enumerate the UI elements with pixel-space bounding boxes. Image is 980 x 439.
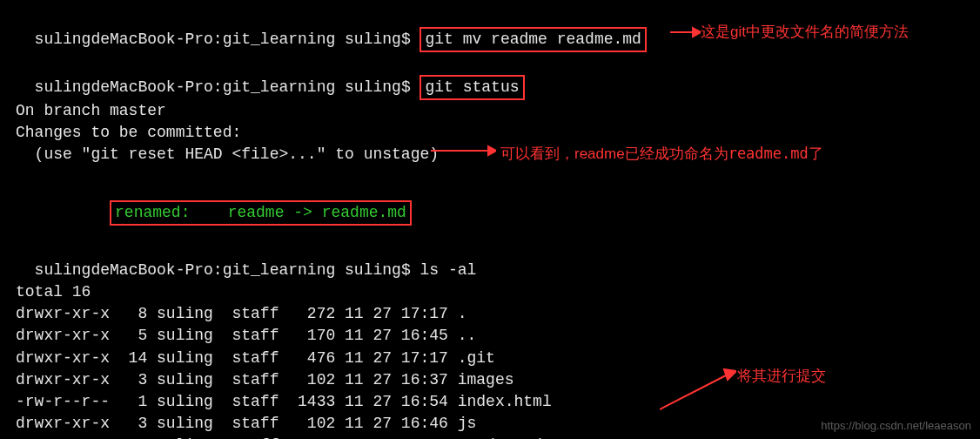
ls-row: drwxr-xr-x 5 suling staff 170 11 27 16:4…: [16, 325, 980, 347]
ls-row: -rw-r--r-- 1 suling staff 51 11 27 17:16…: [16, 435, 980, 439]
svg-line-4: [660, 375, 728, 409]
ls-row: drwxr-xr-x 14 suling staff 476 11 27 17:…: [16, 348, 980, 369]
prompt: sulingdeMacBook-Pro:git_learning suling$: [35, 78, 420, 96]
arrow-right-icon: [431, 145, 496, 157]
arrow-up-right-icon: [660, 368, 736, 411]
ls-row: -rw-r--r-- 1 suling staff 1433 11 27 16:…: [16, 391, 980, 413]
svg-marker-1: [693, 28, 701, 37]
highlight-box-cmd1: git mv readme readme.md: [420, 27, 646, 52]
highlight-box-renamed: renamed: readme -> readme.md: [110, 200, 412, 226]
renamed-label: renamed:: [115, 204, 228, 221]
terminal-line: sulingdeMacBook-Pro:git_learning suling$…: [16, 52, 980, 99]
status-changes: Changes to be committed:: [16, 122, 980, 144]
terminal-line: sulingdeMacBook-Pro:git_learning suling$…: [16, 238, 980, 281]
status-hint: (use "git reset HEAD <file>..." to unsta…: [16, 144, 980, 165]
ls-total: total 16: [16, 281, 980, 303]
status-branch: On branch master: [16, 100, 980, 122]
prompt: sulingdeMacBook-Pro:git_learning suling$: [35, 261, 420, 279]
ls-row: drwxr-xr-x 3 suling staff 102 11 27 16:3…: [16, 369, 980, 391]
terminal-line: renamed: readme -> readme.md: [16, 178, 980, 225]
annotation-3: 将其进行提交: [737, 366, 826, 387]
svg-marker-3: [488, 146, 496, 155]
prompt: sulingdeMacBook-Pro:git_learning suling$: [35, 30, 420, 48]
svg-marker-5: [724, 369, 736, 380]
arrow-right-icon: [670, 26, 701, 38]
annotation-1: 这是git中更改文件名的简便方法: [701, 22, 909, 43]
annotation-2: 可以看到，readme已经成功命名为readme.md了: [500, 144, 823, 165]
ls-row: drwxr-xr-x 8 suling staff 272 11 27 17:1…: [16, 303, 980, 325]
command-ls: ls -al: [420, 261, 476, 279]
highlight-box-cmd2: git status: [420, 75, 524, 100]
watermark: https://blog.csdn.net/leaeason: [821, 418, 971, 434]
renamed-value: readme -> readme.md: [228, 204, 406, 221]
